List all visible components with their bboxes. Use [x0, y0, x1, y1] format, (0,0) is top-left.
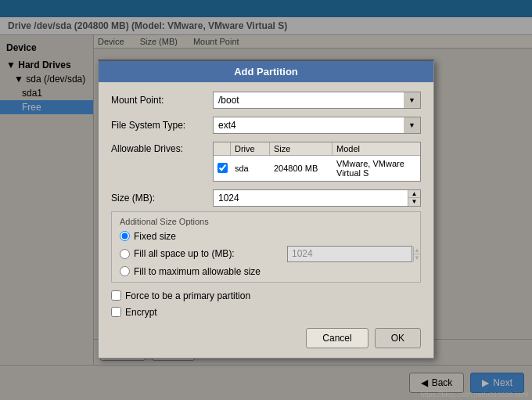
fill-spin-up: ▲ — [414, 247, 420, 254]
size-input[interactable] — [214, 190, 408, 206]
fill-up-input[interactable] — [288, 247, 413, 261]
size-row: Size (MB): ▲ ▼ — [111, 189, 421, 207]
col-model-header: Model — [332, 142, 420, 155]
additional-size-options: Additional Size Options Fixed size Fill … — [111, 211, 421, 283]
cancel-button[interactable]: Cancel — [306, 328, 368, 348]
drive-checkbox[interactable] — [217, 163, 228, 173]
col-check-header — [214, 142, 231, 155]
drive-size-cell: 204800 MB — [270, 162, 332, 175]
drives-table: Drive Size Model sda 204800 MB VMware, V… — [213, 142, 421, 182]
dialog-title: Add Partition — [99, 61, 433, 82]
mount-point-arrow-icon: ▼ — [404, 92, 421, 109]
primary-partition-label[interactable]: Force to be a primary partition — [125, 290, 250, 301]
fixed-size-label[interactable]: Fixed size — [134, 231, 176, 242]
drive-row: sda 204800 MB VMware, VMware Virtual S — [214, 156, 420, 181]
filesystem-select[interactable]: ext4 ext3 ext2 xfs swap — [213, 117, 421, 134]
drive-model-cell: VMware, VMware Virtual S — [332, 157, 420, 179]
encrypt-label[interactable]: Encrypt — [125, 307, 157, 318]
main-area: Drive /dev/sda (204800 MB) (Model: VMwar… — [0, 17, 532, 400]
dialog-buttons: Cancel OK — [111, 323, 421, 348]
primary-partition-checkbox[interactable] — [111, 290, 121, 301]
fill-up-radio[interactable] — [120, 249, 130, 259]
filesystem-row: File System Type: ext4 ext3 ext2 xfs swa… — [111, 117, 421, 134]
fill-spin-down: ▼ — [414, 254, 420, 261]
fill-up-label[interactable]: Fill all space up to (MB): — [134, 248, 235, 259]
fill-up-row: Fill all space up to (MB): ▲ ▼ — [120, 246, 412, 262]
allowable-drives-label: Allowable Drives: — [111, 142, 213, 182]
size-spin-up[interactable]: ▲ — [408, 190, 420, 199]
fill-max-radio[interactable] — [120, 266, 130, 276]
mount-point-select[interactable]: /boot / /home swap — [213, 92, 421, 109]
top-bar — [0, 0, 532, 17]
filesystem-arrow-icon: ▼ — [404, 117, 421, 134]
additional-size-title: Additional Size Options — [120, 217, 412, 226]
mount-point-row: Mount Point: /boot / /home swap ▼ — [111, 92, 421, 109]
fill-max-row: Fill to maximum allowable size — [120, 266, 412, 277]
primary-partition-row: Force to be a primary partition — [111, 290, 421, 301]
mount-point-label: Mount Point: — [111, 95, 213, 106]
drive-name-cell: sda — [231, 162, 270, 175]
ok-button[interactable]: OK — [375, 328, 421, 348]
encrypt-checkbox[interactable] — [111, 307, 121, 317]
dialog-overlay: Add Partition Mount Point: /boot / /home… — [0, 17, 532, 400]
col-drive-header: Drive — [231, 142, 270, 155]
size-label: Size (MB): — [111, 193, 213, 204]
fixed-size-radio[interactable] — [120, 231, 130, 241]
encrypt-row: Encrypt — [111, 307, 421, 318]
add-partition-dialog: Add Partition Mount Point: /boot / /home… — [98, 59, 434, 359]
col-size-header: Size — [270, 142, 332, 155]
size-spin-down[interactable]: ▼ — [408, 198, 420, 206]
fixed-size-row: Fixed size — [120, 231, 412, 242]
filesystem-label: File System Type: — [111, 120, 213, 131]
allowable-drives-section: Allowable Drives: Drive Size Model — [111, 142, 421, 182]
fill-max-label[interactable]: Fill to maximum allowable size — [134, 266, 261, 277]
